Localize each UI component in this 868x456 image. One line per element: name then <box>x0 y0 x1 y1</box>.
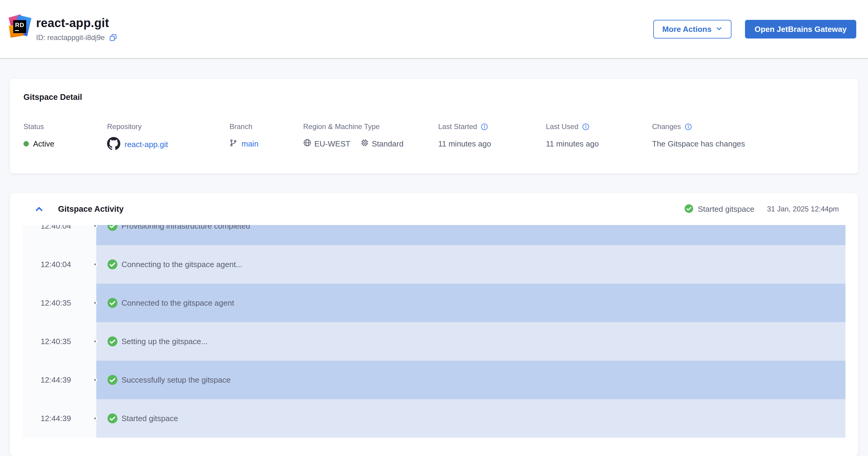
open-jetbrains-gateway-button[interactable]: Open JetBrains Gateway <box>745 20 856 38</box>
timeline-dot-icon <box>93 225 97 228</box>
open-gateway-label: Open JetBrains Gateway <box>754 25 847 34</box>
check-circle-icon <box>684 204 693 214</box>
github-icon <box>107 137 120 152</box>
activity-card-title: Gitspace Activity <box>58 205 124 214</box>
activity-log[interactable]: 12:40:04 Provisioning infrastructure com… <box>23 225 845 438</box>
activity-status-timestamp: 31 Jan, 2025 12:44pm <box>767 205 839 213</box>
page-header: RD react-app.git ID: reactappgit-i8dj9e … <box>0 0 868 59</box>
region-value: EU-WEST <box>314 139 350 149</box>
git-branch-icon <box>229 139 237 149</box>
globe-icon <box>303 139 311 149</box>
check-circle-icon <box>107 259 118 270</box>
gitspace-activity-card: Gitspace Activity Started gitspace 31 Ja… <box>10 193 858 456</box>
field-status: Status Active <box>24 122 107 152</box>
field-repository: Repository react-app.git <box>107 122 229 152</box>
timeline-dot-icon <box>93 339 97 343</box>
branch-link[interactable]: main <box>242 139 258 149</box>
gitspace-detail-card: Gitspace Detail Status Active Repository… <box>10 79 858 174</box>
changes-value: The Gitspace has changes <box>652 137 745 151</box>
field-region-machine: Region & Machine Type EU-WEST <box>303 122 438 152</box>
info-icon[interactable] <box>582 123 589 130</box>
more-actions-button[interactable]: More Actions <box>653 20 732 38</box>
timeline-dot-icon <box>93 301 97 305</box>
log-row: 12:44:39 Successfully setup the gitspace <box>23 361 845 399</box>
log-message: Successfully setup the gitspace <box>122 375 231 385</box>
more-actions-label: More Actions <box>662 25 712 34</box>
log-message: Provisioning infrastructure completed <box>122 225 250 231</box>
log-row: 12:44:39 Started gitspace <box>23 399 845 438</box>
status-value: Active <box>33 139 55 149</box>
check-circle-icon <box>107 225 118 231</box>
activity-status-label: Started gitspace <box>698 205 754 214</box>
rider-logo-text: RD <box>13 20 26 33</box>
log-row: 12:40:35 Connected to the gitspace agent <box>23 284 845 322</box>
log-row: 12:40:04 Connecting to the gitspace agen… <box>23 245 845 284</box>
check-circle-icon <box>107 374 118 385</box>
detail-card-title: Gitspace Detail <box>24 93 844 102</box>
repository-link[interactable]: react-app.git <box>125 140 168 149</box>
field-last-started: Last Started 11 minutes ago <box>438 122 546 152</box>
field-changes: Changes The Gitspace has changes <box>652 122 745 152</box>
jetbrains-rider-logo-icon: RD <box>9 16 30 37</box>
info-icon[interactable] <box>480 123 488 130</box>
log-row: 12:40:35 Setting up the gitspace... <box>23 322 845 361</box>
log-message: Connected to the gitspace agent <box>122 298 234 308</box>
log-message: Started gitspace <box>122 414 178 423</box>
timeline-dot-icon <box>93 378 97 382</box>
status-active-dot-icon <box>24 141 29 147</box>
copy-icon[interactable] <box>109 33 117 42</box>
page-title: react-app.git <box>36 16 117 30</box>
machine-type-value: Standard <box>372 139 404 149</box>
check-circle-icon <box>107 336 118 347</box>
chevron-down-icon <box>716 25 722 34</box>
timeline-dot-icon <box>93 416 97 421</box>
log-row: 12:40:04 Provisioning infrastructure com… <box>23 225 845 245</box>
log-message: Setting up the gitspace... <box>122 337 208 346</box>
check-circle-icon <box>107 413 118 424</box>
field-branch: Branch main <box>229 122 303 152</box>
log-message: Connecting to the gitspace agent... <box>122 260 242 269</box>
last-started-value: 11 minutes ago <box>438 137 546 151</box>
field-last-used: Last Used 11 minutes ago <box>546 122 652 152</box>
last-used-value: 11 minutes ago <box>546 137 652 151</box>
machine-type-icon <box>361 139 369 149</box>
timeline-dot-icon <box>93 262 97 267</box>
check-circle-icon <box>107 298 118 308</box>
info-icon[interactable] <box>685 123 692 130</box>
chevron-up-icon[interactable] <box>35 205 43 214</box>
gitspace-id: ID: reactappgit-i8dj9e <box>36 33 105 42</box>
